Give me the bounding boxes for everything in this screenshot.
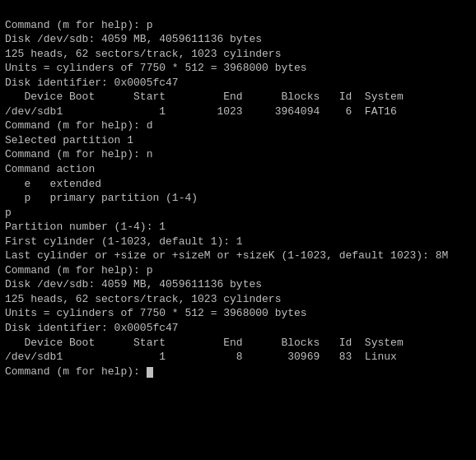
terminal-line: Disk /dev/sdb: 4059 MB, 4059611136 bytes (5, 277, 471, 292)
terminal-line: Command (m for help): p (5, 263, 471, 278)
terminal-line: Disk identifier: 0x0005fc47 (5, 321, 471, 336)
terminal-line: Units = cylinders of 7750 * 512 = 396800… (5, 61, 471, 76)
terminal-line: Command (m for help): d (5, 118, 471, 133)
terminal-line: /dev/sdb1 1 8 30969 83 Linux (5, 350, 471, 365)
terminal-line: Disk /dev/sdb: 4059 MB, 4059611136 bytes (5, 32, 471, 47)
terminal-line: First cylinder (1-1023, default 1): 1 (5, 235, 471, 249)
terminal-line: p primary partition (1-4) (5, 191, 471, 206)
terminal-line: e extended (5, 177, 471, 192)
terminal-line: Selected partition 1 (5, 133, 471, 148)
terminal-line: Last cylinder or +size or +sizeM or +siz… (5, 249, 471, 263)
terminal-line: 125 heads, 62 sectors/track, 1023 cylind… (5, 292, 471, 307)
terminal-line: Disk identifier: 0x0005fc47 (5, 76, 471, 91)
terminal-line: Units = cylinders of 7750 * 512 = 396800… (5, 306, 471, 321)
terminal-line: p (5, 206, 471, 221)
terminal-cursor (147, 367, 153, 378)
terminal-output: Command (m for help): pDisk /dev/sdb: 40… (5, 3, 471, 379)
terminal-line: 125 heads, 62 sectors/track, 1023 cylind… (5, 47, 471, 62)
terminal-line: Command (m for help): n (5, 147, 471, 162)
terminal-line: Device Boot Start End Blocks Id System (5, 90, 471, 105)
terminal-line: Command (m for help): (5, 365, 471, 379)
terminal-line: Partition number (1-4): 1 (5, 220, 471, 235)
terminal-line: Command (m for help): p (5, 18, 471, 33)
terminal-line: Command action (5, 162, 471, 177)
terminal-line: /dev/sdb1 1 1023 3964094 6 FAT16 (5, 105, 471, 119)
terminal-line: Device Boot Start End Blocks Id System (5, 336, 471, 351)
